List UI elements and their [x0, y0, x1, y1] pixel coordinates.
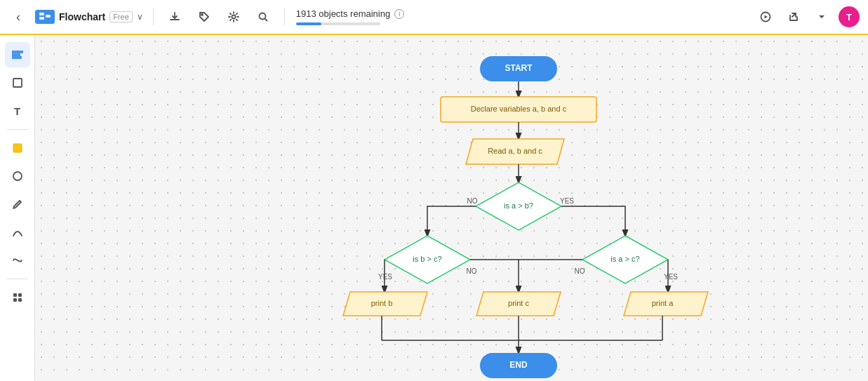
sidebar-shapes-tool[interactable]	[5, 163, 30, 189]
svg-rect-16	[13, 298, 17, 302]
svg-rect-9	[13, 54, 20, 55]
topbar: ‹ Flowchart Free ∨	[0, 0, 868, 35]
svg-rect-10	[13, 57, 21, 58]
title-chevron[interactable]: ∨	[137, 12, 143, 22]
download-button[interactable]	[163, 6, 186, 28]
sidebar: T	[0, 35, 35, 381]
decision3-no-label: NO	[575, 267, 585, 275]
sidebar-text-tool[interactable]: T	[5, 98, 30, 123]
arrow-decision1-yes	[561, 206, 625, 236]
svg-point-4	[232, 15, 235, 19]
avatar[interactable]: T	[839, 6, 860, 27]
svg-point-3	[201, 14, 203, 15]
sidebar-frame-tool[interactable]	[5, 70, 30, 95]
decision3-yes-label: YES	[664, 273, 678, 281]
svg-rect-17	[18, 298, 22, 302]
decision1-yes-label: YES	[560, 197, 574, 205]
svg-rect-2	[46, 15, 51, 18]
svg-rect-14	[13, 293, 17, 297]
print-a-label: print a	[652, 299, 674, 307]
svg-rect-1	[39, 17, 44, 20]
sidebar-sep-2	[7, 279, 28, 279]
back-button[interactable]: ‹	[8, 7, 28, 27]
print-c-label: print c	[508, 299, 529, 307]
objects-progress-fill	[296, 22, 321, 25]
sidebar-curve-tool[interactable]	[5, 220, 30, 245]
divider-1	[153, 8, 154, 25]
sidebar-sep-1	[7, 129, 28, 130]
canvas[interactable]: START Declare variables a, b and c Read …	[35, 35, 868, 381]
objects-remaining-area: 1913 objects remaining i	[284, 8, 404, 25]
info-icon[interactable]: i	[394, 9, 404, 19]
search-button[interactable]	[252, 6, 274, 28]
app-title: Flowchart	[59, 11, 105, 22]
arrow-decision1-no	[427, 206, 476, 236]
arrow-decision2-no	[470, 260, 519, 292]
settings-button[interactable]	[222, 6, 245, 28]
share-button[interactable]	[782, 6, 805, 28]
play-button[interactable]	[754, 6, 777, 28]
logo-area: Flowchart Free ∨	[35, 10, 143, 24]
decision1-no-label: NO	[467, 197, 478, 205]
print-b-label: print b	[371, 299, 393, 307]
decision2-yes-label: YES	[378, 273, 392, 281]
topbar-right: T	[754, 6, 860, 28]
svg-marker-7	[765, 15, 768, 19]
sidebar-select-tool[interactable]	[5, 42, 30, 67]
svg-rect-15	[18, 293, 22, 297]
svg-rect-0	[39, 13, 44, 15]
objects-progress-bar	[296, 22, 380, 25]
decision3-label: is a > c?	[610, 255, 639, 263]
start-label: START	[505, 63, 533, 73]
decision1-label: is a > b?	[504, 201, 533, 210]
sidebar-sticky-tool[interactable]	[5, 135, 30, 161]
more-button[interactable]	[810, 6, 833, 28]
svg-rect-12	[13, 144, 22, 152]
read-label: Read a, b and c	[488, 147, 542, 155]
sidebar-pen-tool[interactable]	[5, 192, 30, 217]
sidebar-more-tool[interactable]	[5, 285, 30, 310]
declare-label: Declare variables a, b and c	[471, 105, 567, 113]
objects-text: 1913 objects remaining	[296, 8, 390, 19]
svg-point-13	[13, 172, 22, 180]
sidebar-connector-tool[interactable]	[5, 248, 30, 273]
decision2-label: is b > c?	[413, 255, 441, 263]
app-logo	[35, 10, 55, 24]
decision2-no-label: NO	[467, 267, 477, 275]
flowchart-container: START Declare variables a, b and c Read …	[35, 35, 868, 381]
end-label: END	[509, 360, 528, 370]
svg-rect-11	[13, 79, 22, 87]
tag-button[interactable]	[193, 6, 215, 28]
free-badge: Free	[109, 11, 133, 22]
svg-rect-8	[13, 51, 22, 53]
